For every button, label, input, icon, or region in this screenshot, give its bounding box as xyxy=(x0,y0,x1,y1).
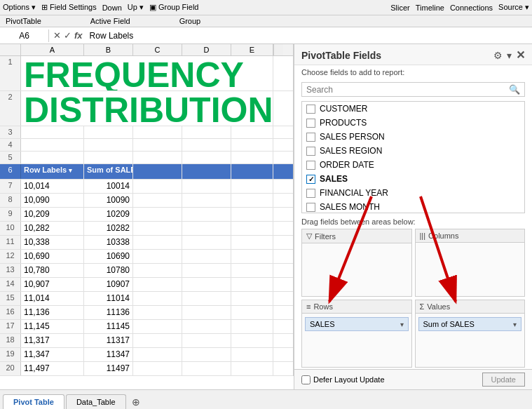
cell-10-a[interactable]: 10,282 xyxy=(21,222,84,235)
cell-1-a[interactable]: FREQUENCY xyxy=(21,56,273,90)
cell-9-e[interactable] xyxy=(231,208,273,221)
cell-12-e[interactable] xyxy=(231,250,273,263)
pivot-close-icon[interactable]: ✕ xyxy=(516,48,525,62)
defer-checkbox[interactable] xyxy=(301,375,311,384)
cell-8-b[interactable]: 10090 xyxy=(84,194,133,207)
cell-12-b[interactable]: 10690 xyxy=(84,250,133,263)
cell-20-d[interactable] xyxy=(182,362,231,375)
cell-6-a[interactable]: Row Labels ▾ xyxy=(21,164,84,179)
cell-13-b[interactable]: 10780 xyxy=(84,264,133,277)
cell-reference[interactable]: A6 xyxy=(0,29,49,42)
cell-15-e[interactable] xyxy=(231,292,273,305)
cell-19-c[interactable] xyxy=(133,348,182,361)
field-checkbox[interactable] xyxy=(306,105,315,114)
field-checkbox[interactable] xyxy=(306,133,315,142)
cell-7-e[interactable] xyxy=(231,180,273,193)
cell-9-c[interactable] xyxy=(133,208,182,221)
cell-4-a[interactable] xyxy=(21,139,84,151)
field-checkbox[interactable] xyxy=(306,119,315,128)
cell-7-c[interactable] xyxy=(133,180,182,193)
field-checkbox[interactable] xyxy=(306,203,315,212)
cancel-icon[interactable]: ✕ xyxy=(53,30,61,41)
cell-11-a[interactable]: 10,338 xyxy=(21,236,84,249)
cell-16-d[interactable] xyxy=(182,306,231,319)
cell-15-a[interactable]: 11,014 xyxy=(21,292,84,305)
cell-9-d[interactable] xyxy=(182,208,231,221)
cell-4-b[interactable] xyxy=(84,139,133,151)
cell-18-c[interactable] xyxy=(133,334,182,347)
cell-20-e[interactable] xyxy=(231,362,273,375)
cell-6-e[interactable] xyxy=(231,164,273,179)
search-input[interactable] xyxy=(306,85,509,95)
cell-2-a[interactable]: DISTRIBUTION xyxy=(21,91,273,126)
cell-18-b[interactable]: 11317 xyxy=(84,334,133,347)
cell-15-b[interactable]: 11014 xyxy=(84,292,133,305)
cell-5-c[interactable] xyxy=(133,152,182,163)
cell-19-b[interactable]: 11347 xyxy=(84,348,133,361)
cell-13-d[interactable] xyxy=(182,264,231,277)
cell-17-d[interactable] xyxy=(182,320,231,333)
cell-4-c[interactable] xyxy=(133,139,182,151)
cell-12-c[interactable] xyxy=(133,250,182,263)
cell-14-a[interactable]: 10,907 xyxy=(21,278,84,291)
cell-10-b[interactable]: 10282 xyxy=(84,222,133,235)
pivot-settings-icon[interactable]: ⚙ xyxy=(493,50,503,61)
cell-17-e[interactable] xyxy=(231,320,273,333)
field-checkbox[interactable]: ✓ xyxy=(306,175,315,184)
cell-3-e[interactable] xyxy=(231,126,273,138)
cell-14-c[interactable] xyxy=(133,278,182,291)
cell-13-c[interactable] xyxy=(133,264,182,277)
field-item[interactable]: SALES PERSON xyxy=(302,130,524,144)
cell-7-a[interactable]: 10,014 xyxy=(21,180,84,193)
cell-16-a[interactable]: 11,136 xyxy=(21,306,84,319)
cell-16-b[interactable]: 11136 xyxy=(84,306,133,319)
tab-data-table[interactable]: Data_Table xyxy=(66,394,126,409)
cell-11-d[interactable] xyxy=(182,236,231,249)
cell-6-b[interactable]: Sum of SALES xyxy=(84,164,133,179)
cell-4-e[interactable] xyxy=(231,139,273,151)
cell-3-c[interactable] xyxy=(133,126,182,138)
field-item[interactable]: ORDER DATE xyxy=(302,158,524,172)
cell-14-d[interactable] xyxy=(182,278,231,291)
cell-7-b[interactable]: 10014 xyxy=(84,180,133,193)
cell-8-c[interactable] xyxy=(133,194,182,207)
cell-5-b[interactable] xyxy=(84,152,133,163)
fx-icon[interactable]: fx xyxy=(74,30,83,41)
add-sheet-button[interactable]: ⊕ xyxy=(128,395,144,409)
cell-16-c[interactable] xyxy=(133,306,182,319)
cell-17-a[interactable]: 11,145 xyxy=(21,320,84,333)
cell-3-a[interactable] xyxy=(21,126,84,138)
cell-11-e[interactable] xyxy=(231,236,273,249)
tab-pivot-table[interactable]: Pivot Table xyxy=(3,394,64,409)
cell-16-e[interactable] xyxy=(231,306,273,319)
cell-4-d[interactable] xyxy=(182,139,231,151)
cell-18-a[interactable]: 11,317 xyxy=(21,334,84,347)
cell-20-c[interactable] xyxy=(133,362,182,375)
field-item[interactable]: ✓SALES xyxy=(302,172,524,186)
cell-5-a[interactable] xyxy=(21,152,84,163)
field-item[interactable]: FINANCIAL YEAR xyxy=(302,186,524,200)
cell-17-b[interactable]: 11145 xyxy=(84,320,133,333)
cell-19-e[interactable] xyxy=(231,348,273,361)
cell-13-a[interactable]: 10,780 xyxy=(21,264,84,277)
cell-14-b[interactable]: 10907 xyxy=(84,278,133,291)
values-item-dropdown[interactable]: ▾ xyxy=(513,321,517,328)
field-item[interactable]: CUSTOMER xyxy=(302,102,524,116)
cell-5-e[interactable] xyxy=(231,152,273,163)
cell-20-a[interactable]: 11,497 xyxy=(21,362,84,375)
cell-10-d[interactable] xyxy=(182,222,231,235)
cell-7-d[interactable] xyxy=(182,180,231,193)
cell-19-a[interactable]: 11,347 xyxy=(21,348,84,361)
cell-11-c[interactable] xyxy=(133,236,182,249)
cell-11-b[interactable]: 10338 xyxy=(84,236,133,249)
cell-9-b[interactable]: 10209 xyxy=(84,208,133,221)
field-item[interactable]: PRODUCTS xyxy=(302,116,524,130)
pivot-dropdown-icon[interactable]: ▾ xyxy=(507,50,512,61)
cell-15-d[interactable] xyxy=(182,292,231,305)
field-checkbox[interactable] xyxy=(306,147,315,156)
cell-19-d[interactable] xyxy=(182,348,231,361)
cell-8-d[interactable] xyxy=(182,194,231,207)
cell-15-c[interactable] xyxy=(133,292,182,305)
rows-item[interactable]: SALES ▾ xyxy=(305,317,409,331)
cell-6-d[interactable] xyxy=(182,164,231,179)
